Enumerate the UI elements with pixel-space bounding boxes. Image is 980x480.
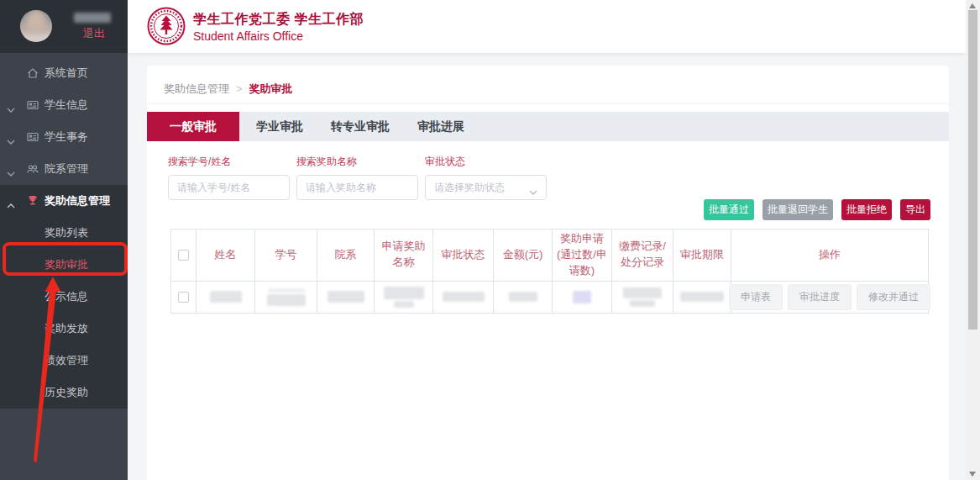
filter-label: 搜索学号/姓名 (168, 155, 296, 169)
browser-scrollbar[interactable] (966, 0, 980, 480)
filter-row: 搜索学号/姓名 搜索奖助名称 审批状态 请选择奖助状态 (168, 155, 553, 200)
col-amount: 金额(元) (494, 229, 553, 282)
approval-status-select[interactable]: 请选择奖助状态 (425, 175, 547, 200)
sidebar-item-home[interactable]: 系统首页 (0, 57, 128, 89)
sidebar-subitem-award-list[interactable]: 奖助列表 (0, 217, 128, 249)
chevron-up-icon (7, 198, 15, 211)
avatar-image-redacted (20, 10, 52, 42)
sidebar-user-panel: 退出 (0, 0, 128, 53)
tab-academic-approval[interactable]: 学业审批 (239, 112, 320, 141)
tab-approval-progress[interactable]: 审批进展 (401, 112, 481, 141)
table-header-row: 姓名 学号 院系 申请奖助名称 审批状态 金额(元) 奖助申请(通过数/申请数)… (171, 229, 929, 282)
filter-label: 审批状态 (425, 155, 553, 169)
col-payment-discipline-record: 缴费记录/处分记录 (612, 229, 673, 282)
id-card-icon (26, 98, 39, 112)
breadcrumb-parent[interactable]: 奖助信息管理 (164, 82, 229, 95)
cell-payment-record-redacted (612, 281, 673, 313)
bulk-return-button[interactable]: 批量退回学生 (763, 199, 833, 220)
row-select-cell (171, 281, 197, 313)
cell-amount-redacted (494, 281, 553, 313)
logout-button[interactable]: 退出 (83, 26, 105, 41)
sidebar-item-label: 学生事务 (45, 129, 88, 145)
sidebar-group-awards: 奖助信息管理 奖助列表 奖助审批 公示信息 奖助发放 绩效管理 历史奖助 (0, 185, 128, 409)
cell-award-name-redacted (375, 281, 433, 313)
divider (147, 103, 949, 104)
sidebar-item-label: 系统首页 (45, 66, 88, 81)
application-form-button[interactable]: 申请表 (729, 284, 783, 310)
student-search-input[interactable] (168, 175, 290, 200)
col-application-count: 奖助申请(通过数/申请数) (553, 229, 612, 282)
filter-award-name: 搜索奖助名称 (296, 155, 425, 200)
chevron-down-icon (7, 135, 15, 147)
scrollbar-up-arrow-icon[interactable] (969, 3, 976, 8)
tab-general-approval[interactable]: 一般审批 (147, 112, 239, 141)
avatar[interactable] (20, 10, 52, 42)
breadcrumb-current: 奖助审批 (249, 82, 293, 95)
sidebar-subitem-performance-mgmt[interactable]: 绩效管理 (0, 345, 128, 377)
col-approval-status: 审批状态 (433, 229, 494, 282)
cell-actions: 申请表 审批进度 修改并通过 (731, 281, 929, 313)
sidebar-menu: 系统首页 学生信息 学生事务 (0, 53, 128, 409)
university-seal-icon (147, 7, 186, 45)
sidebar-subitem-award-disbursement[interactable]: 奖助发放 (0, 313, 128, 345)
cell-department-redacted (317, 281, 375, 313)
bulk-approve-button[interactable]: 批量通过 (704, 199, 754, 220)
modify-and-approve-button[interactable]: 修改并通过 (857, 284, 930, 310)
table-row: 申请表 审批进度 修改并通过 (171, 281, 929, 313)
page-title: 学生工作党工委 学生工作部 (193, 11, 364, 29)
sidebar-subitem-history-awards[interactable]: 历史奖助 (0, 377, 128, 409)
home-icon (26, 66, 39, 80)
scrollbar-thumb[interactable] (968, 10, 977, 330)
sidebar-subitem-award-approval[interactable]: 奖助审批 (0, 249, 128, 281)
cell-name-redacted (197, 281, 255, 313)
cell-student-id-redacted (255, 281, 317, 313)
sidebar-item-student-affairs[interactable]: 学生事务 (0, 121, 128, 153)
row-checkbox[interactable] (178, 292, 189, 303)
id-card-icon (26, 130, 39, 144)
col-name: 姓名 (197, 229, 255, 282)
col-student-id: 学号 (255, 229, 317, 282)
col-actions: 操作 (731, 229, 929, 282)
export-button[interactable]: 导出 (900, 199, 930, 220)
sidebar-item-label: 学生信息 (45, 98, 88, 113)
award-name-search-input[interactable] (296, 175, 418, 200)
chevron-down-icon (7, 166, 15, 179)
select-all-checkbox[interactable] (178, 250, 189, 261)
chevron-down-icon (529, 186, 537, 198)
main-content: 奖助信息管理>奖助审批 一般审批 学业审批 转专业审批 审批进展 搜索学号/姓名… (128, 53, 966, 480)
user-name-redacted (74, 13, 111, 23)
page-subtitle: Student Affairs Office (193, 29, 303, 43)
content-card: 奖助信息管理>奖助审批 一般审批 学业审批 转专业审批 审批进展 搜索学号/姓名… (147, 66, 949, 480)
people-icon (26, 162, 39, 176)
tab-major-transfer-approval[interactable]: 转专业审批 (320, 112, 401, 141)
sidebar: 退出 系统首页 学生信息 学生事务 (0, 0, 128, 480)
sidebar-item-label: 奖助信息管理 (45, 193, 110, 208)
col-department: 院系 (317, 229, 375, 282)
scrollbar-down-arrow-icon[interactable] (969, 472, 976, 477)
filter-approval-status: 审批状态 请选择奖助状态 (425, 155, 553, 200)
breadcrumb-separator: > (236, 82, 243, 95)
tab-bar: 一般审批 学业审批 转专业审批 审批进展 (147, 112, 949, 141)
sidebar-item-label: 院系管理 (45, 161, 88, 177)
cell-approval-status-redacted (433, 281, 494, 313)
trophy-icon (26, 194, 39, 208)
app-header: 学生工作党工委 学生工作部 Student Affairs Office (128, 0, 966, 53)
col-award-name: 申请奖助名称 (375, 229, 433, 282)
sidebar-item-departments[interactable]: 院系管理 (0, 153, 128, 185)
filter-label: 搜索奖助名称 (296, 155, 425, 169)
select-all-header (171, 229, 197, 282)
breadcrumb: 奖助信息管理>奖助审批 (164, 82, 293, 97)
approval-progress-button[interactable]: 审批进度 (788, 284, 852, 310)
sidebar-item-student-info[interactable]: 学生信息 (0, 89, 128, 121)
sidebar-item-award-info-mgmt[interactable]: 奖助信息管理 (0, 185, 128, 217)
cell-approval-deadline-redacted (673, 281, 731, 313)
bulk-actions: 批量通过 批量退回学生 批量拒绝 导出 (704, 199, 930, 220)
approval-table: 姓名 学号 院系 申请奖助名称 审批状态 金额(元) 奖助申请(通过数/申请数)… (170, 229, 929, 314)
cell-application-count-redacted (553, 281, 612, 313)
chevron-down-icon (7, 103, 15, 115)
col-approval-deadline: 审批期限 (673, 229, 731, 282)
sidebar-subitem-public-info[interactable]: 公示信息 (0, 281, 128, 313)
select-placeholder: 请选择奖助状态 (434, 181, 505, 195)
bulk-reject-button[interactable]: 批量拒绝 (841, 199, 892, 220)
filter-student: 搜索学号/姓名 (168, 155, 296, 200)
